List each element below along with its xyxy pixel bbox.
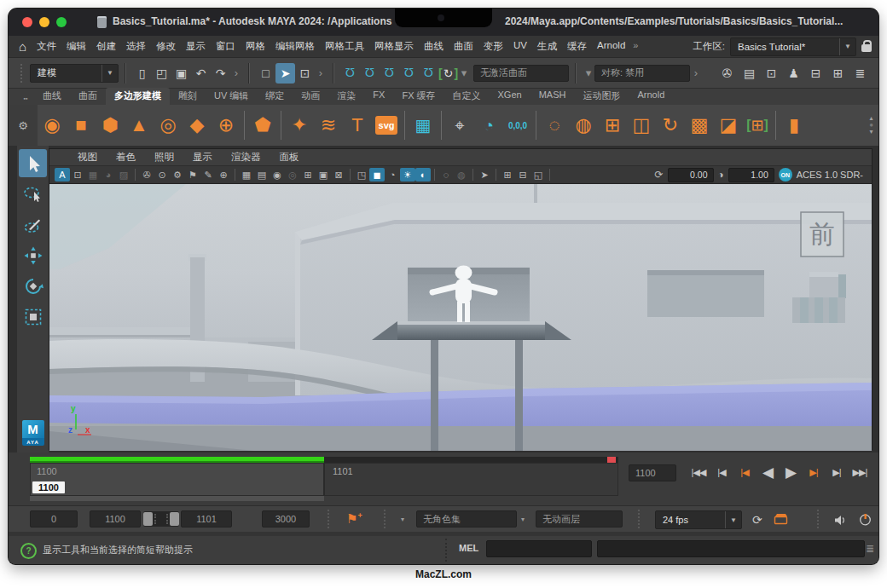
polygon-cylinder-icon[interactable]: ⬢ — [96, 109, 125, 141]
polygon-cone-icon[interactable]: ▲ — [125, 109, 154, 141]
smooth-mesh-icon[interactable]: ◍ — [569, 109, 598, 141]
shelf-tab-arnold[interactable]: Arnold — [629, 88, 673, 105]
playback-loop-icon[interactable]: ⟳ — [752, 513, 762, 527]
menu-mesh-display[interactable]: 网格显示 — [369, 40, 419, 53]
duplicate-special-icon[interactable]: ⊞ — [743, 109, 772, 141]
textured-mode-icon[interactable]: ◔ — [385, 168, 400, 182]
pane-pop-icon[interactable]: ◱ — [530, 168, 546, 182]
platonic-solid-icon[interactable]: ⬟ — [248, 109, 277, 141]
chevron-down-icon[interactable]: ▾ — [521, 516, 525, 523]
panel-menu-show[interactable]: 显示 — [183, 151, 222, 164]
freeze-transform-icon[interactable]: 0,0,0 — [503, 109, 532, 141]
image-plane-icon[interactable]: ▣ — [316, 168, 331, 182]
render-character-icon[interactable]: ♟ — [784, 63, 803, 84]
scale-tool[interactable] — [19, 303, 47, 331]
shelf-tab-curves[interactable]: 曲线 — [34, 88, 70, 105]
animation-start-field[interactable]: 0 — [30, 510, 78, 527]
wireframe-icon[interactable]: ◳ — [354, 168, 369, 182]
play-forwards-button[interactable]: ▶ — [780, 461, 801, 483]
lock-camera-icon[interactable]: ⊙ — [154, 168, 170, 182]
mel-command-input[interactable] — [597, 540, 865, 557]
menu-overflow[interactable]: » — [630, 40, 641, 53]
grid-toggle-icon[interactable]: ▦ — [239, 168, 254, 182]
bookmark-view-icon[interactable]: ⚑ — [185, 168, 200, 182]
shelf-tab-animation[interactable]: 动画 — [293, 88, 328, 105]
play-backwards-button[interactable]: ◀ — [757, 461, 778, 483]
ipr-render-icon[interactable]: ⊡ — [762, 63, 781, 84]
shelf-tab-sculpting[interactable]: 雕刻 — [170, 88, 206, 105]
center-pivot-icon[interactable]: ⌖ — [445, 109, 474, 141]
zoom-window-button[interactable] — [56, 17, 67, 27]
gear-icon[interactable]: ⚙ — [9, 105, 38, 146]
select-hierarchy-icon[interactable]: □ — [256, 63, 275, 84]
menu-windows[interactable]: 窗口 — [211, 40, 241, 53]
close-window-button[interactable] — [22, 17, 32, 27]
shadows-icon[interactable]: ◐ — [415, 168, 431, 182]
step-forward-key-button[interactable]: ▶| — [803, 461, 824, 483]
toolbar-grip[interactable] — [20, 64, 24, 83]
combine-icon[interactable]: ⊞ — [598, 109, 627, 141]
select-object-icon[interactable]: ➤ — [275, 63, 295, 84]
chevron-down-icon[interactable]: ▾ — [583, 63, 594, 84]
scroll-down-icon[interactable]: ▾ — [870, 129, 873, 135]
shelf-tab-rendering[interactable]: 渲染 — [328, 88, 364, 105]
shelf-menu-icon[interactable]: ▪▪ — [17, 95, 34, 105]
undo-icon[interactable]: ↶ — [191, 63, 211, 84]
mel-input-small[interactable] — [486, 540, 592, 557]
menu-arnold[interactable]: Arnold — [592, 40, 630, 53]
polygon-sphere-icon[interactable]: ◉ — [38, 109, 67, 141]
current-frame-block[interactable] — [31, 464, 325, 495]
bevel-icon[interactable]: ▮ — [780, 109, 809, 141]
workspace-dropdown[interactable]: Basics Tutorial* ▼ — [730, 37, 856, 56]
refresh-icon[interactable]: ⟳ — [654, 169, 663, 181]
hypershade-view-icon[interactable]: ▨ — [116, 168, 131, 182]
sweep-mesh-icon[interactable]: ↻ — [656, 109, 685, 141]
menu-generate[interactable]: 生成 — [532, 40, 562, 53]
panel-menu-panels[interactable]: 面板 — [270, 151, 309, 164]
snap-to-point-icon[interactable]: Ω — [380, 63, 399, 84]
menu-edit-mesh[interactable]: 编辑网格 — [270, 40, 320, 53]
panel-menu-shading[interactable]: 着色 — [107, 151, 145, 164]
save-scene-icon[interactable]: ▣ — [171, 63, 191, 84]
snap-to-grid-icon[interactable]: Ω — [340, 63, 360, 84]
menu-set-dropdown[interactable]: 建模 ▼ — [30, 64, 119, 83]
panel-menu-lighting[interactable]: 照明 — [145, 151, 183, 164]
range-slider-middle[interactable] — [154, 514, 168, 524]
shaded-mode-icon[interactable]: ◼ — [369, 168, 385, 182]
character-set-field[interactable]: 无角色集 — [416, 510, 517, 527]
multi-cut-icon[interactable]: ▩ — [685, 109, 714, 141]
camera-attributes-icon[interactable]: ✇ — [139, 168, 154, 182]
menu-deform[interactable]: 变形 — [478, 40, 508, 53]
menu-modify[interactable]: 修改 — [151, 40, 181, 53]
copy-view-icon[interactable]: ⊞ — [500, 168, 515, 182]
timeline-track[interactable]: 1100 1101 1100 — [30, 463, 618, 496]
redo-icon[interactable]: ↷ — [211, 63, 230, 84]
make-live-icon[interactable]: ↻ — [438, 63, 458, 84]
go-to-start-button[interactable]: |◀◀ — [688, 461, 709, 483]
contrast-icon[interactable]: ◑ — [718, 169, 724, 181]
type-tool-icon[interactable]: T — [343, 109, 372, 141]
step-back-frame-button[interactable]: |◀ — [711, 461, 732, 483]
shelf-tab-fx[interactable]: FX — [364, 88, 393, 105]
menu-file[interactable]: 文件 — [32, 40, 61, 53]
range-start-field[interactable]: 1100 — [90, 510, 141, 527]
move-tool[interactable] — [19, 241, 47, 269]
exposure-field[interactable]: 0.00 — [668, 168, 714, 182]
snap-to-view-plane-icon[interactable]: Ω — [419, 63, 438, 84]
bookmark-button[interactable]: ⚑+ — [346, 511, 362, 527]
panel-split-icon[interactable]: ▦ — [85, 168, 101, 182]
shelf-tab-motion-graphics[interactable]: 运动图形 — [574, 88, 629, 105]
color-management-toggle[interactable]: ON — [779, 168, 792, 182]
toggle-channel-box-icon[interactable]: ≣ — [850, 63, 870, 84]
shelf-tab-uv-editing[interactable]: UV 编辑 — [206, 88, 257, 105]
symmetry-field[interactable]: 对称: 禁用 — [594, 65, 690, 82]
animation-end-field[interactable]: 3000 — [262, 510, 310, 527]
home-icon[interactable]: ⌂ — [19, 39, 26, 54]
menu-mesh[interactable]: 网格 — [241, 40, 270, 53]
super-shape-icon[interactable]: ✦ — [285, 109, 314, 141]
camera-settings-icon[interactable]: ⚙ — [170, 168, 185, 182]
colorspace-label[interactable]: ACES 1.0 SDR- — [797, 170, 863, 180]
step-back-key-button[interactable]: |◀ — [734, 461, 755, 483]
frame-selected-icon[interactable]: ⊡ — [70, 168, 85, 182]
menu-uv[interactable]: UV — [508, 40, 532, 53]
